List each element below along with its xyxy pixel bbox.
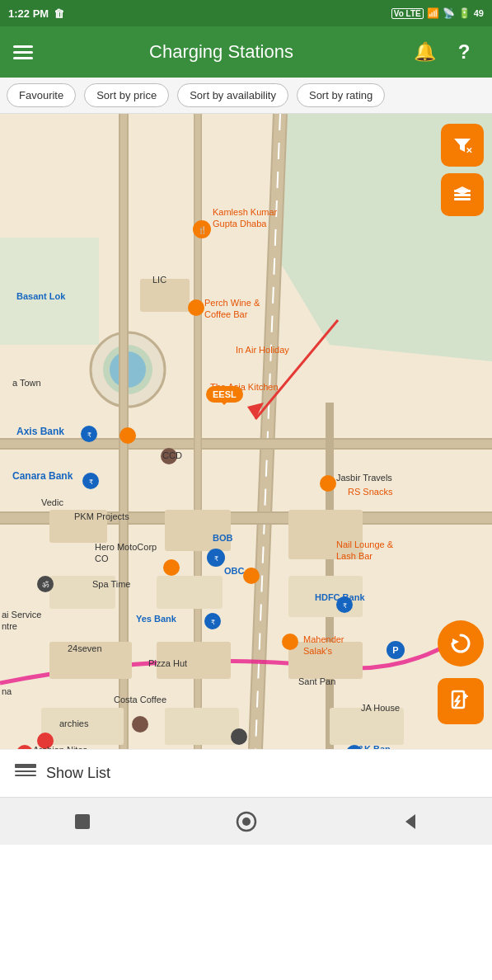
svg-rect-56: [454, 198, 471, 200]
filter-bar: Favourite Sort by price Sort by availabi…: [0, 78, 492, 114]
battery-icon: 🔋: [458, 7, 471, 19]
svg-rect-9: [157, 576, 223, 609]
svg-rect-61: [15, 775, 36, 776]
svg-rect-13: [288, 642, 363, 679]
svg-point-23: [320, 475, 336, 492]
svg-marker-65: [405, 814, 415, 829]
map-charging-station-button[interactable]: [438, 678, 484, 724]
sort-price-filter-button[interactable]: Sort by price: [84, 83, 169, 107]
battery-level: 49: [474, 8, 484, 18]
svg-rect-4: [140, 279, 190, 312]
svg-rect-12: [157, 642, 231, 679]
map-filter-button[interactable]: ✕: [441, 124, 484, 167]
svg-point-27: [231, 728, 247, 745]
svg-rect-6: [49, 510, 107, 543]
svg-point-48: [163, 559, 180, 576]
vo-lte-label: Vo LTE: [391, 8, 424, 19]
show-list-icon: [15, 763, 36, 784]
sort-availability-filter-button[interactable]: Sort by availability: [177, 83, 288, 107]
show-list-bar[interactable]: Show List: [0, 749, 492, 797]
svg-rect-10: [288, 576, 363, 617]
svg-point-49: [132, 716, 148, 733]
svg-point-28: [37, 733, 54, 749]
svg-text:🍴: 🍴: [198, 225, 208, 235]
nav-home-button[interactable]: [226, 801, 267, 842]
signal-icon: 📶: [427, 7, 439, 19]
sort-rating-filter-button[interactable]: Sort by rating: [297, 83, 385, 107]
svg-rect-15: [165, 708, 239, 745]
app-header: Charging Stations 🔔 ?: [0, 26, 492, 78]
svg-marker-57: [452, 638, 459, 645]
page-title: Charging Stations: [33, 41, 410, 63]
svg-rect-62: [75, 814, 90, 829]
svg-rect-59: [15, 764, 36, 768]
svg-rect-16: [330, 708, 404, 745]
svg-text:ॐ: ॐ: [42, 580, 49, 589]
svg-point-26: [282, 634, 298, 650]
status-left: 1:22 PM 🗑: [8, 7, 64, 20]
eesl-charging-marker[interactable]: EESL: [206, 386, 243, 403]
svg-point-64: [242, 817, 251, 826]
navigation-bar: [0, 797, 492, 845]
svg-text:✕: ✕: [466, 146, 472, 155]
map-area[interactable]: 🍴 ₹ ₹ ₹ ₹ ₹ ₹ ₹ ॐ: [0, 114, 492, 749]
show-list-label: Show List: [46, 765, 110, 782]
svg-rect-58: [452, 691, 464, 708]
svg-text:P: P: [392, 645, 398, 655]
svg-text:₹: ₹: [343, 602, 347, 610]
svg-rect-7: [288, 510, 363, 559]
status-right: Vo LTE 📶 📡 🔋 49: [391, 7, 484, 19]
svg-point-47: [161, 448, 177, 464]
nav-back-button[interactable]: [390, 801, 431, 842]
help-icon[interactable]: ?: [449, 40, 479, 64]
svg-rect-60: [15, 770, 36, 772]
map-layers-button[interactable]: [441, 173, 484, 216]
svg-point-21: [188, 299, 204, 316]
trash-icon: 🗑: [54, 7, 64, 20]
svg-point-25: [243, 568, 260, 584]
favourite-filter-button[interactable]: Favourite: [7, 83, 76, 107]
nav-square-button[interactable]: [62, 801, 103, 842]
hamburger-menu[interactable]: [13, 45, 33, 59]
svg-point-24: [119, 427, 136, 444]
map-refresh-button[interactable]: [438, 620, 484, 667]
svg-rect-8: [49, 576, 115, 609]
status-time: 1:22 PM: [8, 7, 49, 20]
status-bar: 1:22 PM 🗑 Vo LTE 📶 📡 🔋 49: [0, 0, 492, 26]
wifi-icon: 📡: [443, 7, 455, 19]
svg-text:₹: ₹: [214, 555, 218, 563]
svg-text:₹: ₹: [87, 431, 91, 439]
svg-rect-14: [41, 708, 124, 745]
svg-text:₹: ₹: [211, 619, 215, 626]
notification-bell-icon[interactable]: 🔔: [410, 41, 439, 63]
svg-rect-5: [165, 510, 231, 551]
svg-text:₹: ₹: [89, 478, 93, 486]
svg-rect-11: [49, 642, 132, 679]
